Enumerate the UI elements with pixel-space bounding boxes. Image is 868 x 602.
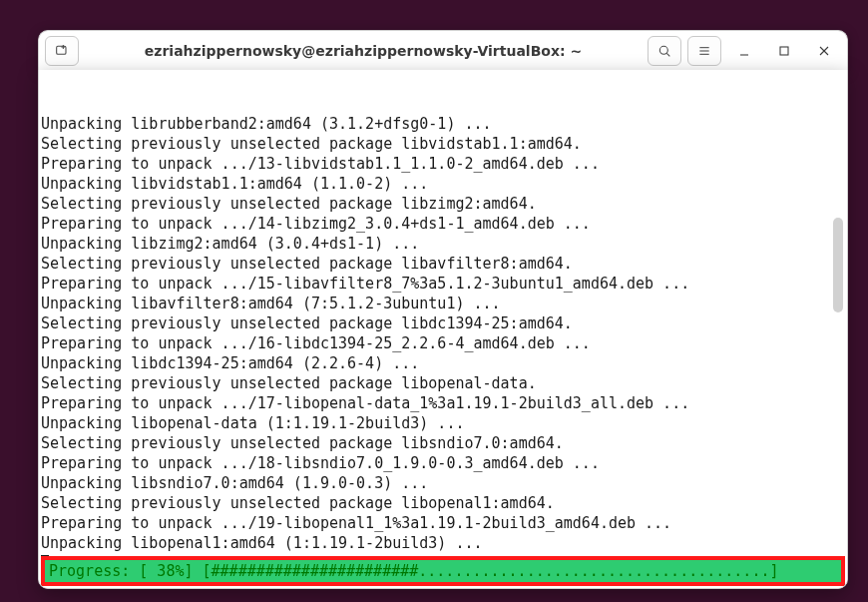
terminal-line: Unpacking libopenal1:amd64 (1:1.19.1-2bu… <box>41 533 845 553</box>
terminal-line: Selecting previously unselected package … <box>41 254 845 274</box>
close-icon <box>816 43 832 59</box>
terminal-line: Unpacking libsndio7.0:amd64 (1.9.0-0.3) … <box>41 473 845 493</box>
terminal-line: Preparing to unpack .../14-libzimg2_3.0.… <box>41 214 845 234</box>
terminal-line: Selecting previously unselected package … <box>41 433 845 453</box>
window-titlebar: ezriahzippernowsky@ezriahzippernowsky-Vi… <box>38 30 848 72</box>
new-tab-icon <box>54 43 70 59</box>
terminal-line: Selecting previously unselected package … <box>41 134 845 154</box>
new-tab-button[interactable] <box>45 36 79 66</box>
terminal-line: Preparing to unpack .../19-libopenal1_1%… <box>41 513 845 533</box>
terminal-line: Preparing to unpack .../16-libdc1394-25_… <box>41 333 845 353</box>
minimize-button[interactable] <box>727 36 761 66</box>
terminal-line: Preparing to unpack .../17-libopenal-dat… <box>41 393 845 413</box>
hamburger-icon <box>696 43 712 59</box>
search-button[interactable] <box>648 36 681 66</box>
terminal-line: Preparing to unpack .../18-libsndio7.0_1… <box>41 453 845 473</box>
terminal-line: Selecting previously unselected package … <box>41 373 845 393</box>
terminal-output: Unpacking librubberband2:amd64 (3.1.2+df… <box>39 110 847 573</box>
terminal-line: Unpacking libdc1394-25:amd64 (2.2.6-4) .… <box>41 353 845 373</box>
search-icon <box>656 43 672 59</box>
close-button[interactable] <box>807 36 841 66</box>
terminal-line: Selecting previously unselected package … <box>41 194 845 214</box>
window-title: ezriahzippernowsky@ezriahzippernowsky-Vi… <box>85 43 642 59</box>
terminal-line: Selecting previously unselected package … <box>41 313 845 333</box>
maximize-button[interactable] <box>767 36 801 66</box>
terminal-line: Unpacking libopenal-data (1:1.19.1-2buil… <box>41 413 845 433</box>
maximize-icon <box>776 43 792 59</box>
svg-point-3 <box>659 46 667 54</box>
terminal-line: Preparing to unpack .../13-libvidstab1.1… <box>41 154 845 174</box>
terminal-line: Preparing to unpack .../15-libavfilter8_… <box>41 274 845 294</box>
terminal-line: Unpacking libvidstab1.1:amd64 (1.1.0-2) … <box>41 174 845 194</box>
terminal-window[interactable]: Unpacking librubberband2:amd64 (3.1.2+df… <box>38 70 848 589</box>
terminal-line: Selecting previously unselected package … <box>41 493 845 513</box>
terminal-line: Unpacking libavfilter8:amd64 (7:5.1.2-3u… <box>41 294 845 313</box>
terminal-line: Unpacking libzimg2:amd64 (3.0.4+ds1-1) .… <box>41 234 845 254</box>
terminal-line: Unpacking librubberband2:amd64 (3.1.2+df… <box>41 114 845 134</box>
svg-rect-9 <box>780 47 788 55</box>
apt-progress-bar: Progress: [ 38%] [######################… <box>41 556 845 586</box>
scrollbar-thumb[interactable] <box>833 218 843 313</box>
terminal-scrollbar[interactable] <box>833 74 843 552</box>
terminal-viewport[interactable]: Unpacking librubberband2:amd64 (3.1.2+df… <box>39 70 847 588</box>
minimize-icon <box>736 43 752 59</box>
hamburger-menu-button[interactable] <box>687 36 721 66</box>
svg-line-4 <box>666 53 669 56</box>
